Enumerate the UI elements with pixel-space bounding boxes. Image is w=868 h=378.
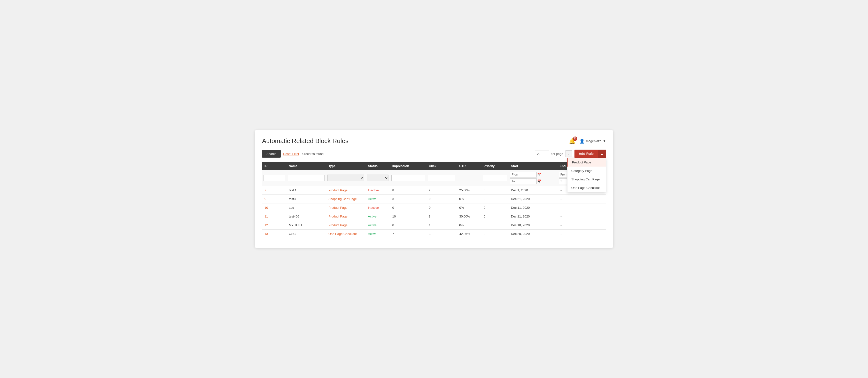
- dropdown-item-category-page[interactable]: Category Page: [567, 167, 606, 175]
- cell-start: Dec 21, 2020: [508, 195, 557, 203]
- status-badge: Inactive: [368, 188, 379, 192]
- cell-id: 11: [262, 212, 286, 221]
- end-value: --: [560, 197, 562, 201]
- cell-click: 0: [427, 195, 457, 203]
- table-row[interactable]: 12 MY TEST Product Page Active 0 1 0% 5 …: [262, 221, 606, 230]
- cell-click: 2: [427, 186, 457, 195]
- filter-status[interactable]: Active Inactive: [367, 175, 389, 181]
- cell-id: 9: [262, 195, 286, 203]
- user-dropdown-icon: ▼: [603, 139, 606, 143]
- notification-bell[interactable]: 🔔 53: [569, 138, 576, 144]
- table-row[interactable]: 10 abc Product Page Inactive 0 0 0% 0 De…: [262, 203, 606, 212]
- filter-type[interactable]: Product Page Category Page Shopping Cart…: [328, 175, 364, 181]
- dropdown-item-shopping-cart-page[interactable]: Shopping Cart Page: [567, 175, 606, 183]
- page-title: Automatic Related Block Rules: [262, 137, 348, 145]
- cell-id: 12: [262, 221, 286, 230]
- dropdown-item-one-page-checkout[interactable]: One Page Checkout: [567, 183, 606, 192]
- cell-type: Product Page: [326, 221, 366, 230]
- start-to-calendar-icon[interactable]: 📅: [537, 179, 541, 183]
- filter-priority[interactable]: [483, 175, 507, 181]
- col-header-name: Name: [286, 162, 326, 170]
- table-row[interactable]: 13 OSC One Page Checkout Active 7 3 42.8…: [262, 230, 606, 238]
- notification-badge: 53: [573, 137, 578, 141]
- cell-priority: 0: [481, 203, 508, 212]
- row-id-link[interactable]: 12: [265, 223, 268, 227]
- cell-type: One Page Checkout: [326, 230, 366, 238]
- cell-type: Shopping Cart Page: [326, 195, 366, 203]
- row-type-link[interactable]: One Page Checkout: [329, 232, 357, 236]
- cell-type: Product Page: [326, 186, 366, 195]
- cell-end: --: [557, 212, 606, 221]
- add-rule-dropdown-button[interactable]: ▲: [598, 150, 606, 158]
- filter-name[interactable]: [288, 175, 324, 181]
- cell-ctr: 30.00%: [457, 212, 481, 221]
- table-row[interactable]: 7 test 1 Product Page Inactive 8 2 25.00…: [262, 186, 606, 195]
- filter-row: Product Page Category Page Shopping Cart…: [262, 170, 606, 186]
- search-button[interactable]: Search: [262, 150, 281, 157]
- cell-impression: 0: [390, 203, 427, 212]
- table-row[interactable]: 11 test456 Product Page Active 10 3 30.0…: [262, 212, 606, 221]
- prev-page-button[interactable]: ‹: [565, 150, 572, 157]
- cell-impression: 8: [390, 186, 427, 195]
- row-type-link[interactable]: Product Page: [329, 188, 347, 192]
- add-rule-dropdown: Product Page Category Page Shopping Cart…: [567, 158, 606, 192]
- col-header-ctr: CTR: [457, 162, 481, 170]
- add-rule-button[interactable]: Add Rule: [575, 150, 598, 158]
- row-id-link[interactable]: 13: [265, 232, 268, 236]
- status-badge: Inactive: [368, 206, 379, 209]
- cell-end: --: [557, 230, 606, 238]
- cell-name: abc: [286, 203, 326, 212]
- user-menu[interactable]: 👤 mageplaza ▼: [579, 139, 606, 144]
- cell-priority: 5: [481, 221, 508, 230]
- cell-status: Active: [366, 230, 390, 238]
- cell-name: test 1: [286, 186, 326, 195]
- filter-start-from[interactable]: [510, 172, 537, 177]
- cell-start: Dec 11, 2020: [508, 212, 557, 221]
- start-from-calendar-icon[interactable]: 📅: [537, 173, 541, 176]
- rules-table: ID Name Type Status Impression Click CTR…: [262, 162, 606, 238]
- per-page-label: per page: [551, 152, 563, 156]
- add-rule-group: Add Rule ▲ Product Page Category Page Sh…: [575, 150, 606, 158]
- status-badge: Active: [368, 223, 376, 227]
- filter-start-wrap: 📅 📅: [510, 172, 556, 184]
- cell-end: --: [557, 203, 606, 212]
- cell-id: 7: [262, 186, 286, 195]
- row-type-link[interactable]: Product Page: [329, 206, 347, 209]
- row-type-link[interactable]: Shopping Cart Page: [329, 197, 357, 201]
- cell-name: OSC: [286, 230, 326, 238]
- row-type-link[interactable]: Product Page: [329, 223, 347, 227]
- row-id-link[interactable]: 11: [265, 214, 268, 218]
- cell-status: Inactive: [366, 186, 390, 195]
- filter-impression[interactable]: [392, 175, 425, 181]
- filter-start-to[interactable]: [510, 178, 537, 184]
- row-id-link[interactable]: 7: [265, 188, 266, 192]
- cell-priority: 0: [481, 195, 508, 203]
- cell-name: MY TEST: [286, 221, 326, 230]
- per-page-input[interactable]: [535, 151, 549, 157]
- cell-click: 3: [427, 230, 457, 238]
- dropdown-item-product-page[interactable]: Product Page: [567, 158, 606, 167]
- cell-start: Dec 18, 2020: [508, 221, 557, 230]
- filter-click[interactable]: [428, 175, 456, 181]
- col-header-impression: Impression: [390, 162, 427, 170]
- col-header-id: ID: [262, 162, 286, 170]
- user-icon: 👤: [579, 139, 585, 144]
- reset-filter-button[interactable]: Reset Filter: [283, 152, 299, 156]
- records-found: 6 records found: [302, 152, 323, 156]
- cell-end: --: [557, 195, 606, 203]
- status-badge: Active: [368, 214, 376, 218]
- cell-ctr: 0%: [457, 203, 481, 212]
- cell-status: Inactive: [366, 203, 390, 212]
- col-header-priority: Priority: [481, 162, 508, 170]
- cell-start: Dec 11, 2020: [508, 203, 557, 212]
- row-type-link[interactable]: Product Page: [329, 214, 347, 218]
- cell-name: test456: [286, 212, 326, 221]
- cell-ctr: 25.00%: [457, 186, 481, 195]
- row-id-link[interactable]: 10: [265, 206, 268, 209]
- table-row[interactable]: 9 test3 Shopping Cart Page Active 3 0 0%…: [262, 195, 606, 203]
- cell-start: Dec 20, 2020: [508, 230, 557, 238]
- filter-id[interactable]: [264, 175, 285, 181]
- cell-ctr: 42.86%: [457, 230, 481, 238]
- cell-status: Active: [366, 212, 390, 221]
- row-id-link[interactable]: 9: [265, 197, 266, 201]
